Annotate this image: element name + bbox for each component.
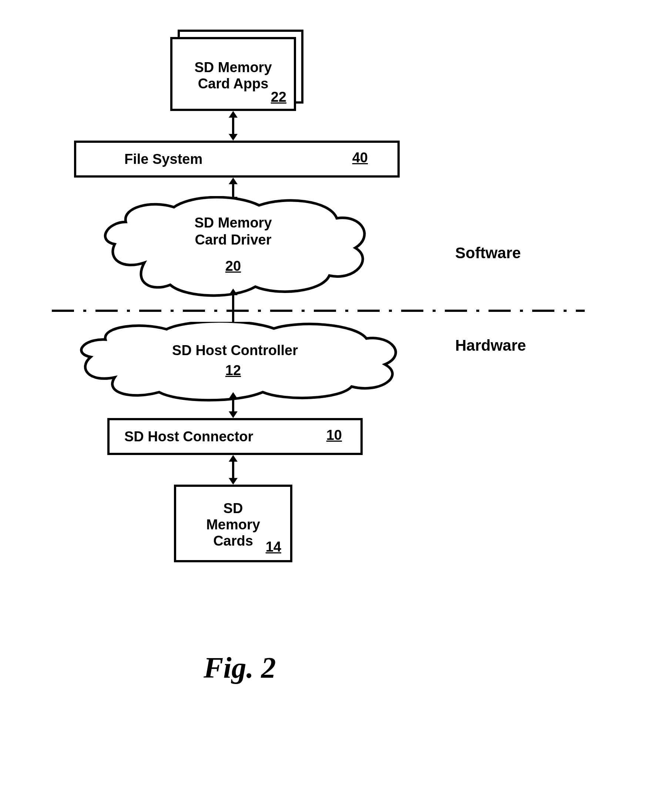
hardware-label: Hardware [455,337,526,354]
connector-num: 10 [326,427,342,443]
file-system-num: 40 [352,150,368,166]
svg-marker-4 [229,177,238,184]
cards-num: 14 [266,539,281,555]
driver-label: SD Memory Card Driver [167,215,300,248]
apps-num: 22 [271,89,286,105]
svg-marker-8 [229,288,238,295]
controller-label: SD Host Controller [142,342,327,359]
svg-marker-14 [229,455,238,462]
figure-caption: Fig. 2 [203,651,276,685]
cards-label: SD Memory Cards [206,501,260,549]
apps-label: SD Memory Card Apps [194,60,272,92]
separator-line [52,309,585,313]
diagram-container: SD Memory Card Apps 22 File System 40 SD… [52,30,596,733]
file-system-box: File System 40 [74,140,400,177]
arrow-connector-cards [226,455,240,485]
svg-marker-1 [229,111,238,118]
cards-box: SD Memory Cards 14 [174,485,292,562]
svg-marker-2 [229,134,238,140]
svg-marker-11 [229,392,238,399]
connector-label: SD Host Connector [124,429,253,445]
controller-num: 12 [219,363,248,379]
svg-marker-15 [229,478,238,485]
driver-num: 20 [219,258,248,274]
software-label: Software [455,244,521,262]
arrow-apps-fs [226,111,240,140]
connector-box: SD Host Connector 10 [107,418,363,455]
arrow-controller-connector [226,392,240,418]
file-system-label: File System [124,151,202,167]
svg-marker-12 [229,411,238,418]
apps-box: SD Memory Card Apps 22 [170,37,296,111]
